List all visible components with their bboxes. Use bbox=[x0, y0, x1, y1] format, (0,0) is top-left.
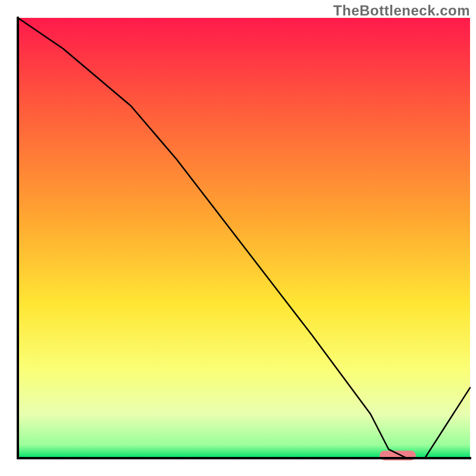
plot-background bbox=[18, 18, 470, 458]
chart-root: TheBottleneck.com bbox=[0, 0, 476, 476]
bottleneck-chart bbox=[0, 0, 476, 476]
watermark-text: TheBottleneck.com bbox=[333, 2, 470, 19]
